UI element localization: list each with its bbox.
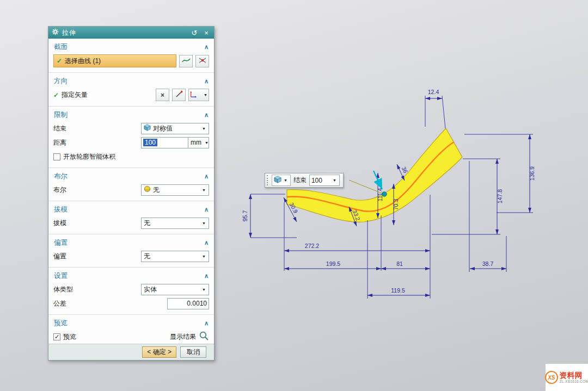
vector-type-dropdown[interactable]: ▼ <box>188 89 209 101</box>
boolean-dropdown[interactable]: 无 ▼ <box>141 184 209 196</box>
collapse-chevron-icon[interactable]: ∧ <box>204 272 209 280</box>
close-icon[interactable]: × <box>202 29 211 37</box>
collapse-chevron-icon[interactable]: ∧ <box>204 78 209 85</box>
group-title: 限制 <box>54 110 68 120</box>
section-header-draft[interactable]: 拔模 ∧ <box>48 203 214 216</box>
section-group-section: 截面 ∧ ✓ 选择曲线 (1) <box>48 39 214 73</box>
section-header-preview[interactable]: 预览 ∧ <box>48 316 214 330</box>
chevron-down-icon: ▼ <box>204 141 210 145</box>
group-title: 布尔 <box>54 172 68 181</box>
collapse-chevron-icon[interactable]: ∧ <box>204 173 209 180</box>
group-title: 设置 <box>54 271 68 281</box>
section-header-limits[interactable]: 限制 ∧ <box>48 108 214 121</box>
chevron-down-icon: ▼ <box>203 93 209 97</box>
end-distance-combobox[interactable]: 100 ▼ <box>309 175 340 186</box>
axes-icon <box>189 90 197 100</box>
offset-value: 无 <box>144 252 150 261</box>
distance-input[interactable]: 100 <box>141 137 188 148</box>
chevron-down-icon: ▼ <box>332 178 338 182</box>
end-limit-label: 结束 <box>293 176 307 185</box>
extrude-dialog: 拉伸 ↺ × 截面 ∧ ✓ 选择曲线 (1) <box>48 26 215 361</box>
section-header-direction[interactable]: 方向 ∧ <box>48 75 214 88</box>
watermark: XS 资料网 ZL.XS1616.COM <box>546 364 588 391</box>
group-title: 偏置 <box>54 238 68 247</box>
body-type-value: 实体 <box>144 285 157 294</box>
open-profile-label: 开放轮廓智能体积 <box>63 152 115 162</box>
show-result-button[interactable] <box>199 331 209 343</box>
tolerance-value: 0.0010 <box>187 300 207 307</box>
end-distance-value: 100 <box>311 177 322 184</box>
dim-label: 95.7 <box>242 210 248 222</box>
collapse-chevron-icon[interactable]: ∧ <box>204 239 209 246</box>
collapse-chevron-icon[interactable]: ∧ <box>204 111 209 119</box>
collapse-chevron-icon[interactable]: ∧ <box>204 44 209 51</box>
section-header-offset[interactable]: 偏置 ∧ <box>48 236 214 249</box>
offset-dropdown[interactable]: 无 ▼ <box>141 251 209 262</box>
preview-checkbox[interactable]: ✓ <box>53 333 60 340</box>
dim-label: 38.7 <box>482 260 494 267</box>
section-group-settings: 设置 ∧ 体类型 实体 ▼ 公差 0.0010 <box>48 268 214 315</box>
dim-label: 81 <box>396 260 403 267</box>
select-curve-field[interactable]: ✓ 选择曲线 (1) <box>53 54 176 67</box>
boolean-value: 无 <box>153 185 160 195</box>
ok-button[interactable]: < 确定 > <box>142 346 176 358</box>
section-group-preview: 预览 ∧ ✓ 预览 显示结果 <box>48 315 214 344</box>
specify-vector-label: 指定矢量 <box>62 90 88 100</box>
group-title: 截面 <box>54 42 68 52</box>
vector-dialog-button[interactable] <box>172 89 186 101</box>
toolbar-grip-handle[interactable] <box>267 175 269 185</box>
cube-icon <box>144 124 151 133</box>
point-dialog-button[interactable]: × <box>156 89 169 101</box>
show-result-label: 显示结果 <box>170 332 196 342</box>
draft-dropdown[interactable]: 无 ▼ <box>141 218 209 229</box>
reset-icon[interactable]: ↺ <box>190 29 199 37</box>
toolbar-leader-line <box>349 180 381 193</box>
body-type-dropdown[interactable]: 实体 ▼ <box>141 284 209 295</box>
section-group-boolean: 布尔 ∧ 布尔 无 ▼ <box>48 168 214 201</box>
cad-viewport[interactable]: 12.4 136.9 147.8 36 70.3 111.4 33.2 30.9… <box>0 0 588 391</box>
draft-label: 拔模 <box>53 219 66 228</box>
dim-label: 272.2 <box>305 243 319 249</box>
vector-arrow-icon <box>175 90 183 100</box>
distance-drag-handle[interactable] <box>382 192 387 196</box>
dim-label: 119.5 <box>391 287 405 294</box>
end-type-dropdown[interactable]: 对称值 ▼ <box>141 123 209 134</box>
distance-value: 100 <box>143 139 157 146</box>
preview-label: 预览 <box>63 332 76 342</box>
dim-label: 70.3 <box>393 199 399 210</box>
sphere-icon <box>144 185 151 194</box>
chevron-down-icon: ▼ <box>201 221 207 225</box>
section-header-settings[interactable]: 设置 ∧ <box>48 269 214 282</box>
stop-at-intersection-icon <box>198 56 207 66</box>
dim-label: 199.5 <box>326 260 340 267</box>
stop-at-intersection-button[interactable] <box>195 55 209 67</box>
collapse-chevron-icon[interactable]: ∧ <box>204 206 209 213</box>
onscreen-input-toolbar[interactable]: ▼ 结束 100 ▼ <box>265 173 344 188</box>
curve-icon <box>182 56 191 66</box>
chevron-down-icon: ▼ <box>201 188 207 192</box>
limit-type-dropdown[interactable]: ▼ <box>272 175 291 186</box>
check-icon: ✓ <box>57 57 62 65</box>
unit-dropdown[interactable]: mm ▼ <box>188 137 209 148</box>
gear-icon <box>52 28 59 37</box>
open-profile-checkbox[interactable] <box>53 153 60 160</box>
chevron-down-icon: ▼ <box>283 178 289 182</box>
dialog-body: 截面 ∧ ✓ 选择曲线 (1) <box>48 39 214 344</box>
select-curve-label: 选择曲线 (1) <box>65 57 101 66</box>
dialog-title: 拉伸 <box>62 28 187 38</box>
curve-rule-button[interactable] <box>179 55 193 67</box>
dialog-titlebar[interactable]: 拉伸 ↺ × <box>48 27 214 39</box>
end-type-value: 对称值 <box>153 124 173 133</box>
group-title: 方向 <box>54 77 68 86</box>
cancel-button[interactable]: 取消 <box>180 346 206 358</box>
watermark-logo-text: XS <box>548 375 555 381</box>
section-header-boolean[interactable]: 布尔 ∧ <box>48 170 214 183</box>
end-label: 结束 <box>53 124 66 133</box>
section-header-section[interactable]: 截面 ∧ <box>48 40 214 53</box>
chevron-down-icon: ▼ <box>201 127 207 131</box>
collapse-chevron-icon[interactable]: ∧ <box>204 320 209 327</box>
section-group-offset: 偏置 ∧ 偏置 无 ▼ <box>48 234 214 268</box>
cube-icon <box>274 176 281 185</box>
group-title: 预览 <box>54 319 68 328</box>
tolerance-input[interactable]: 0.0010 <box>167 298 209 309</box>
